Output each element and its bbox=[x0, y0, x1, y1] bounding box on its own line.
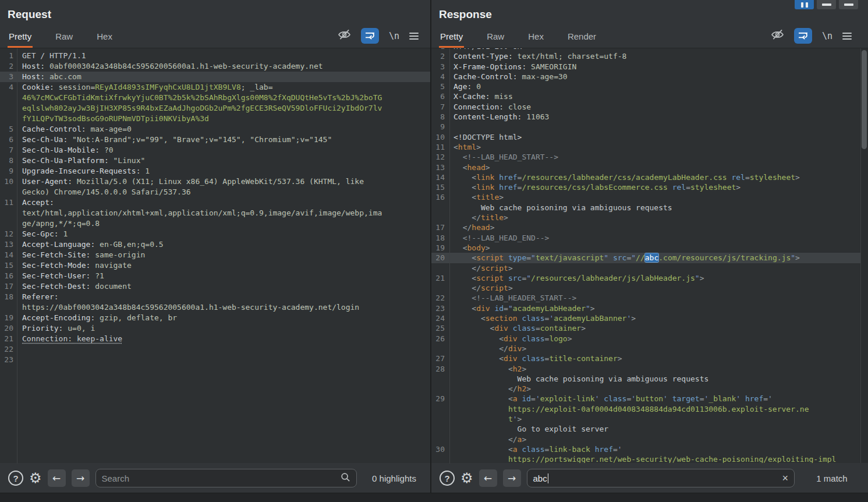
code-line[interactable]: 16 <title> bbox=[431, 192, 868, 202]
code-line[interactable]: Gecko) Chrome/145.0.0.0 Safari/537.36 bbox=[0, 187, 430, 197]
code-line[interactable]: </div> bbox=[431, 344, 868, 353]
hide-matches-icon[interactable] bbox=[338, 29, 351, 43]
code-line[interactable]: 20Priority: u=0, i bbox=[0, 323, 430, 334]
code-line[interactable]: 9 bbox=[431, 122, 868, 132]
code-line[interactable]: 10User-Agent: Mozilla/5.0 (X11; Linux x8… bbox=[0, 176, 430, 187]
code-line[interactable]: 5Age: 0 bbox=[431, 82, 868, 91]
tab-render[interactable]: Render bbox=[566, 31, 597, 48]
code-line[interactable]: Go to exploit server bbox=[431, 424, 868, 434]
newline-icon[interactable]: \n bbox=[389, 31, 399, 41]
code-line[interactable]: 14 <link href=/resources/labheader/css/a… bbox=[431, 172, 868, 182]
code-line[interactable]: 12Sec-Gpc: 1 bbox=[0, 229, 430, 239]
code-line[interactable]: fY1LQPvTW3sodBsoG9oRUPNmVDTpii0NKVibyA%3… bbox=[0, 114, 430, 124]
tab-pretty[interactable]: Pretty bbox=[439, 31, 464, 48]
code-line[interactable]: 10<!DOCTYPE html> bbox=[431, 132, 868, 142]
code-line[interactable]: 29 <a id='exploit-link' class='button' t… bbox=[431, 394, 868, 404]
code-line[interactable]: 14Sec-Fetch-Site: same-origin bbox=[0, 250, 430, 260]
code-line[interactable]: 9Upgrade-Insecure-Requests: 1 bbox=[0, 166, 430, 176]
code-line[interactable]: </title> bbox=[431, 213, 868, 222]
code-line[interactable]: 20 <script type="text/javascript" src="/… bbox=[431, 253, 868, 263]
hide-matches-icon[interactable] bbox=[771, 29, 784, 43]
code-line[interactable]: 2Content-Type: text/html; charset=utf-8 bbox=[431, 51, 868, 61]
code-line[interactable]: 25 <div class=container> bbox=[431, 323, 868, 333]
code-line[interactable]: text/html,application/xhtml+xml,applicat… bbox=[0, 208, 430, 218]
code-line[interactable]: 19 <body> bbox=[431, 243, 868, 253]
code-line[interactable]: 46%7cMCwCFGbTidKmtiXfrwkyYjuC0BT%2b5k%2b… bbox=[0, 93, 430, 103]
code-line[interactable]: 5Cache-Control: max-age=0 bbox=[0, 124, 430, 135]
code-line[interactable]: 6X-Cache: miss bbox=[431, 91, 868, 101]
code-line[interactable]: 13Accept-Language: en-GB,en;q=0.5 bbox=[0, 239, 430, 250]
stacked-layout-button[interactable] bbox=[817, 0, 836, 9]
code-line[interactable]: 7Sec-Ch-Ua-Mobile: ?0 bbox=[0, 145, 430, 155]
response-scrollbar[interactable] bbox=[860, 48, 868, 463]
code-line[interactable]: 21Connection: keep-alive bbox=[0, 334, 430, 344]
previous-match-button[interactable]: ← bbox=[48, 469, 66, 487]
tab-hex[interactable]: Hex bbox=[527, 31, 545, 48]
tab-raw[interactable]: Raw bbox=[486, 31, 505, 48]
code-line[interactable]: t'> bbox=[431, 414, 868, 424]
code-line[interactable]: 19Accept-Encoding: gzip, deflate, br bbox=[0, 313, 430, 323]
code-line[interactable]: 23 <div id="academyLabHeader"> bbox=[431, 303, 868, 313]
help-icon[interactable]: ? bbox=[8, 471, 23, 486]
code-line[interactable]: 24 <section class='academyLabBanner'> bbox=[431, 313, 868, 323]
response-editor[interactable]: 1HTTP/1.1 200 OK2Content-Type: text/html… bbox=[431, 48, 868, 464]
gear-icon[interactable]: ⚙ bbox=[29, 471, 42, 485]
code-line[interactable]: 27 <div class=title-container> bbox=[431, 353, 868, 363]
code-line[interactable]: 8Content-Length: 11063 bbox=[431, 112, 868, 122]
code-line[interactable]: 26 <div class=logo> bbox=[431, 334, 868, 344]
code-line[interactable]: 17 </head> bbox=[431, 222, 868, 232]
code-line[interactable]: 15 <link href=/resources/css/labsEcommer… bbox=[431, 182, 868, 192]
clear-search-icon[interactable]: × bbox=[782, 473, 788, 483]
newline-icon[interactable]: \n bbox=[822, 31, 832, 41]
code-line[interactable]: 17Sec-Fetch-Dest: document bbox=[0, 281, 430, 292]
code-line[interactable]: 30 <a class=link-back href=' bbox=[431, 444, 868, 454]
code-line[interactable]: 13 <head> bbox=[431, 162, 868, 172]
code-line[interactable]: 11Accept: bbox=[0, 197, 430, 208]
request-editor[interactable]: 1GET / HTTP/1.12Host: 0abf0003042a348b84… bbox=[0, 48, 430, 464]
code-line[interactable]: 23 bbox=[0, 355, 430, 365]
code-line[interactable]: https://exploit-0af0004d0408348884da94cd… bbox=[431, 404, 868, 414]
wrap-text-icon[interactable] bbox=[361, 28, 379, 44]
code-line[interactable]: 8Sec-Ch-Ua-Platform: "Linux" bbox=[0, 155, 430, 166]
code-line[interactable]: </script> bbox=[431, 283, 868, 293]
code-line[interactable]: 15Sec-Fetch-Mode: navigate bbox=[0, 260, 430, 271]
code-line[interactable]: 2Host: 0abf0003042a348b84c59562005600a1.… bbox=[0, 61, 430, 72]
code-line[interactable]: 12 <!--LAB_HEAD_START--> bbox=[431, 152, 868, 162]
help-icon[interactable]: ? bbox=[440, 471, 455, 486]
editor-menu-icon[interactable] bbox=[842, 31, 852, 41]
tab-raw[interactable]: Raw bbox=[54, 31, 74, 48]
code-line[interactable]: 16Sec-Fetch-User: ?1 bbox=[0, 271, 430, 281]
code-line[interactable]: </h2> bbox=[431, 384, 868, 394]
code-line[interactable]: 18Referer: bbox=[0, 292, 430, 302]
code-line[interactable]: eqlslwh802ayJw3BjIH3XP85s9R4bxEZaAdJhgoD… bbox=[0, 103, 430, 114]
code-line[interactable]: </script> bbox=[431, 263, 868, 273]
code-line[interactable]: 1GET / HTTP/1.1 bbox=[0, 51, 430, 61]
scrollbar-thumb[interactable] bbox=[862, 50, 867, 149]
code-line[interactable]: 28 <h2> bbox=[431, 364, 868, 374]
code-line[interactable]: 22 bbox=[0, 344, 430, 355]
editor-menu-icon[interactable] bbox=[409, 31, 419, 41]
code-line[interactable]: 11<html> bbox=[431, 142, 868, 152]
columns-layout-button[interactable] bbox=[795, 0, 814, 9]
code-line[interactable]: Web cache poisoning via ambiguous reques… bbox=[431, 203, 868, 213]
code-line[interactable]: https://0abf0003042a348b84c59562005600a1… bbox=[0, 302, 430, 313]
code-line[interactable]: 22 <!--LAB_HEADER_START--> bbox=[431, 293, 868, 303]
search-input[interactable]: Search bbox=[95, 469, 357, 487]
code-line[interactable]: 21 <script src="/resources/labheader/js/… bbox=[431, 273, 868, 283]
code-line[interactable]: 18 <!--LAB_HEAD_END--> bbox=[431, 233, 868, 243]
next-match-button[interactable]: → bbox=[503, 469, 521, 487]
code-line[interactable]: Web cache poisoning via ambiguous reques… bbox=[431, 374, 868, 384]
code-line[interactable]: 6Sec-Ch-Ua: "Not:A-Brand";v="99", "Brave… bbox=[0, 135, 430, 145]
code-line[interactable]: 4Cookie: session=REyAId4893sIMFyqhCxU8LD… bbox=[0, 82, 430, 93]
tab-hex[interactable]: Hex bbox=[95, 31, 114, 48]
search-input[interactable]: abc × bbox=[527, 469, 795, 487]
code-line[interactable]: 4Cache-Control: max-age=30 bbox=[431, 72, 868, 82]
stacked-layout-button-2[interactable] bbox=[839, 0, 858, 9]
wrap-text-icon[interactable] bbox=[794, 28, 812, 44]
code-line[interactable]: ge/apng,*/*;q=0.8 bbox=[0, 218, 430, 229]
tab-pretty[interactable]: Pretty bbox=[8, 31, 33, 48]
code-line[interactable]: 7Connection: close bbox=[431, 102, 868, 112]
next-match-button[interactable]: → bbox=[72, 469, 90, 487]
code-line[interactable]: 3Host: abc.com bbox=[0, 72, 430, 82]
code-line[interactable]: </a> bbox=[431, 434, 868, 444]
